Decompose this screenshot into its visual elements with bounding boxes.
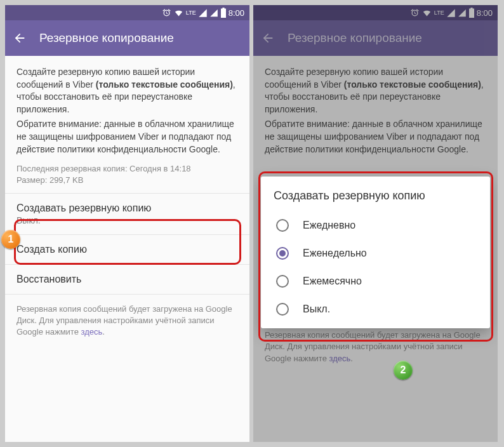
wifi-icon (173, 8, 184, 18)
last-backup: Последняя резервная копия: Сегодня в 14:… (17, 163, 238, 175)
signal-icon-2 (209, 8, 218, 18)
lte-label: LTE (186, 10, 196, 16)
annotation-badge-2: 2 (394, 361, 413, 380)
settings-link[interactable]: здесь (81, 327, 103, 337)
dialog-title: Создавать резервную копию (274, 189, 484, 203)
back-button[interactable] (13, 31, 27, 45)
page-title: Резервное копирование (39, 31, 174, 45)
option-weekly[interactable]: Еженедельно (274, 239, 484, 267)
radio-icon (276, 219, 289, 232)
battery-icon (220, 8, 227, 18)
screen-left: LTE 8:00 Резервное копирование Создайте … (5, 5, 249, 442)
annotation-badge-1: 1 (1, 230, 20, 249)
alarm-icon (162, 8, 171, 18)
radio-icon (276, 303, 289, 316)
radio-icon (276, 275, 289, 288)
backup-size: Размер: 299,7 KB (17, 175, 238, 186)
description: Создайте резервную копию вашей истории с… (5, 56, 249, 187)
option-monthly[interactable]: Ежемесячно (274, 267, 484, 295)
screen-right: LTE 8:00 Резервное копирование Создайте … (253, 5, 498, 442)
auto-backup-item[interactable]: Создавать резервную копию Выкл. (5, 193, 249, 235)
status-bar: LTE 8:00 (5, 5, 249, 20)
signal-icon (198, 8, 208, 18)
backup-frequency-dialog: Создавать резервную копию Ежедневно Ежен… (261, 177, 490, 328)
app-bar: Резервное копирование (5, 20, 249, 56)
option-off[interactable]: Выкл. (274, 295, 484, 323)
footer-note: Резервная копия сообщений будет загружен… (5, 295, 249, 347)
radio-icon-selected (276, 247, 289, 260)
option-daily[interactable]: Ежедневно (274, 211, 484, 239)
restore-item[interactable]: Восстановить (5, 265, 249, 295)
clock: 8:00 (229, 8, 244, 18)
arrow-left-icon (13, 31, 27, 45)
backup-now-item[interactable]: Создать копию (5, 235, 249, 265)
